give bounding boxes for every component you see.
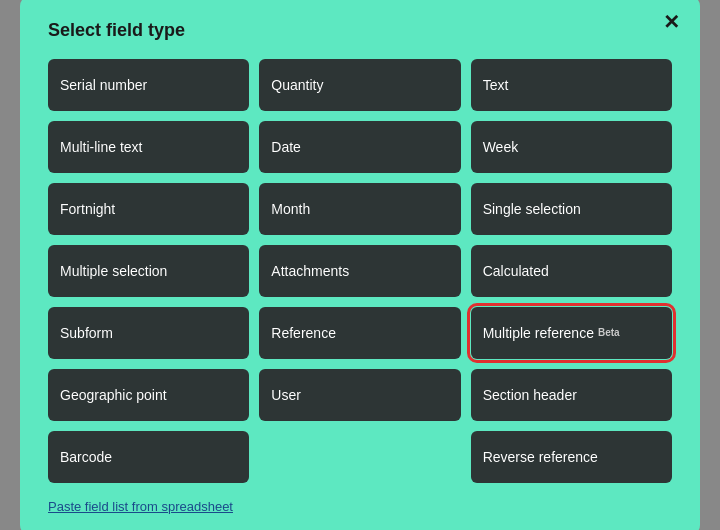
field-btn-quantity[interactable]: Quantity bbox=[259, 59, 460, 111]
field-btn-user[interactable]: User bbox=[259, 369, 460, 421]
field-btn-single-selection[interactable]: Single selection bbox=[471, 183, 672, 235]
field-btn-multi-line-text[interactable]: Multi-line text bbox=[48, 121, 249, 173]
paste-field-list-link[interactable]: Paste field list from spreadsheet bbox=[48, 499, 233, 514]
field-btn-subform[interactable]: Subform bbox=[48, 307, 249, 359]
field-btn-text[interactable]: Text bbox=[471, 59, 672, 111]
field-btn-multiple-selection[interactable]: Multiple selection bbox=[48, 245, 249, 297]
field-btn-barcode[interactable]: Barcode bbox=[48, 431, 249, 483]
field-btn-fortnight[interactable]: Fortnight bbox=[48, 183, 249, 235]
field-btn-geographic-point[interactable]: Geographic point bbox=[48, 369, 249, 421]
field-btn-section-header[interactable]: Section header bbox=[471, 369, 672, 421]
field-btn-month[interactable]: Month bbox=[259, 183, 460, 235]
field-btn-attachments[interactable]: Attachments bbox=[259, 245, 460, 297]
field-btn-empty-col2-row6 bbox=[259, 431, 460, 483]
field-btn-serial-number[interactable]: Serial number bbox=[48, 59, 249, 111]
field-btn-reference[interactable]: Reference bbox=[259, 307, 460, 359]
field-btn-reverse-reference[interactable]: Reverse reference bbox=[471, 431, 672, 483]
select-field-type-modal: Select field type ✕ Serial numberQuantit… bbox=[20, 0, 700, 530]
field-btn-week[interactable]: Week bbox=[471, 121, 672, 173]
field-btn-multiple-reference[interactable]: Multiple referenceBeta bbox=[471, 307, 672, 359]
field-type-grid: Serial numberQuantityTextMulti-line text… bbox=[48, 59, 672, 483]
field-btn-calculated[interactable]: Calculated bbox=[471, 245, 672, 297]
modal-title: Select field type bbox=[48, 20, 672, 41]
field-btn-date[interactable]: Date bbox=[259, 121, 460, 173]
close-button[interactable]: ✕ bbox=[663, 12, 680, 32]
